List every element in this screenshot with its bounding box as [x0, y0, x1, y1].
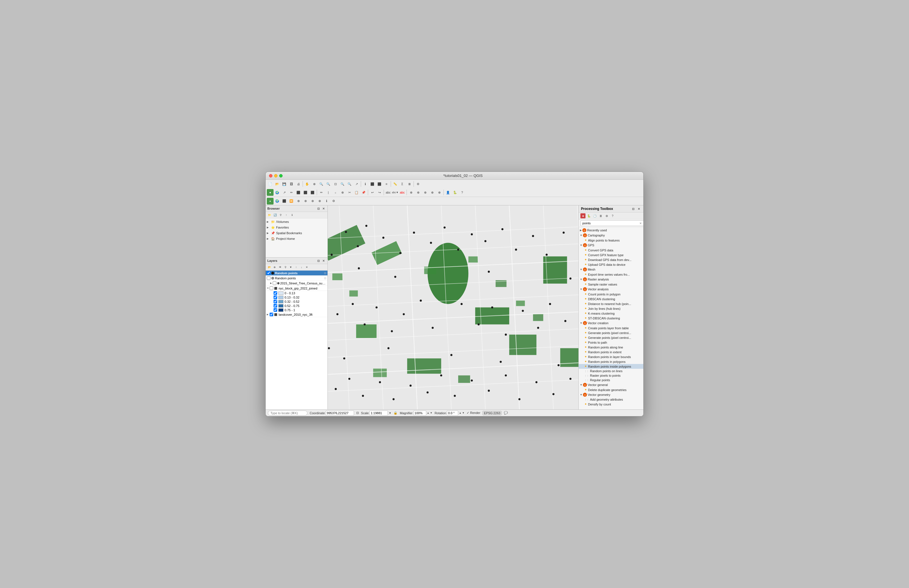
zoom-out-button[interactable]: 🔍: [325, 181, 332, 187]
toolbox-item-create-points-table[interactable]: ✦ Create points layer from table: [579, 326, 643, 330]
add-layer-btn[interactable]: ⊕: [272, 265, 277, 270]
toolbox-item-convert-gps[interactable]: ✦ Convert GPS data: [579, 248, 643, 252]
browser-item-volumes[interactable]: ▶ 📁 /Volumes: [266, 219, 327, 225]
snap-btn3[interactable]: ⊕: [422, 189, 429, 196]
browser-item-favorites[interactable]: ▶ ⭐ Favorites: [266, 225, 327, 230]
measure-button[interactable]: 📏: [392, 181, 399, 187]
toolbox-icon1[interactable]: ⊡: [631, 207, 636, 211]
magnifier-input[interactable]: [414, 410, 426, 415]
save-as-button[interactable]: 🖼: [288, 181, 295, 187]
layer-style-btn[interactable]: ▼: [288, 265, 293, 270]
remove-layer-btn[interactable]: ✕: [304, 265, 309, 270]
toolbox-item-sample-raster[interactable]: ✦ Sample raster values: [579, 282, 643, 287]
select-button[interactable]: ⊕: [311, 181, 318, 187]
deselect-button[interactable]: ⬛: [376, 181, 383, 187]
toolbox-cat-header-gps[interactable]: ▼ Q GPS: [579, 243, 643, 248]
toolbox-cat-header-vector-general[interactable]: ▼ Q Vector general: [579, 382, 643, 388]
new-project-button[interactable]: 📄: [267, 181, 273, 187]
toolbox-cat-header-mesh[interactable]: ▼ Q Mesh: [579, 267, 643, 272]
zoom-layer-button[interactable]: 🔍: [339, 181, 346, 187]
toolbox-item-rand-in-polygons[interactable]: ✦ Random points in polygons: [579, 359, 643, 364]
nav-btn6[interactable]: ⊕: [302, 198, 309, 205]
locate-input[interactable]: [268, 410, 307, 415]
toolbox-options-btn[interactable]: ⚙: [604, 213, 609, 218]
print-button[interactable]: 🖨: [295, 181, 302, 187]
toolbox-item-rand-on-lines[interactable]: ⋮⋮ Random points on lines: [579, 369, 643, 373]
open-layer-btn[interactable]: 📂: [267, 265, 272, 270]
edit-btn2[interactable]: |: [325, 189, 332, 196]
settings-button[interactable]: ⚙: [415, 181, 422, 187]
toolbox-history-btn[interactable]: 🕐: [592, 213, 597, 218]
epsg-badge[interactable]: EPSG:2263: [482, 411, 501, 415]
toolbox-cat-header-vector-creation[interactable]: ▼ Q Vector creation: [579, 320, 643, 326]
nav-btn7[interactable]: ⊕: [309, 198, 316, 205]
map-area[interactable]: [328, 205, 578, 409]
zoom-selected-button[interactable]: 🔍: [346, 181, 353, 187]
toolbox-item-regular-points[interactable]: ⋮⋮ Regular points: [579, 378, 643, 382]
digitize-btn3[interactable]: ↗: [281, 189, 288, 196]
select-feature-button[interactable]: ⬛: [369, 181, 376, 187]
scale-input[interactable]: [370, 410, 388, 415]
layer-checkbox-st[interactable]: [273, 281, 277, 285]
toolbox-item-add-geom[interactable]: ⋮⋮ Add geometry attributes: [579, 397, 643, 402]
browser-collapse-btn[interactable]: ↑: [284, 212, 289, 218]
nav-btn10[interactable]: ⚙: [330, 198, 337, 205]
nav-btn8[interactable]: ⊕: [316, 198, 323, 205]
layer-vis-btn[interactable]: 👁: [278, 265, 283, 270]
browser-filter-btn[interactable]: ⚲: [278, 212, 283, 218]
magnifier-spin-up[interactable]: ▲: [427, 412, 429, 414]
coordinate-input[interactable]: [326, 410, 354, 415]
legend-check-3[interactable]: [273, 304, 277, 307]
layer-down-btn[interactable]: ↓: [299, 265, 304, 270]
browser-icon2[interactable]: ✕: [321, 206, 326, 211]
snap-btn4[interactable]: ⊕: [429, 189, 435, 196]
layer-nyc-block[interactable]: ▼ ⬛ nyc_block_grp_2022_joined: [266, 286, 327, 291]
legend-check-0[interactable]: [273, 291, 277, 295]
layer-random-points-bold[interactable]: Random points ⊡: [266, 271, 327, 276]
toolbox-results-btn[interactable]: ≣: [598, 213, 603, 218]
digitize-btn6[interactable]: ⬛: [302, 189, 309, 196]
maximize-button[interactable]: [279, 174, 283, 178]
layer-street-tree[interactable]: ▶ 2015_Street_Tree_Census_subset_um: [266, 281, 327, 286]
edit-btn7[interactable]: 📌: [360, 189, 367, 196]
toolbox-item-delete-dup[interactable]: ✦ Delete duplicate geometries: [579, 388, 643, 392]
toolbox-python-btn[interactable]: 🐍: [586, 213, 591, 218]
nav-btn3[interactable]: ⬛: [281, 198, 288, 205]
toolbox-cat-header-cartography[interactable]: ▼ Q Cartography: [579, 233, 643, 238]
digitize-btn4[interactable]: ✏: [288, 189, 295, 196]
minimize-button[interactable]: [274, 174, 278, 178]
open-project-button[interactable]: 📂: [274, 181, 281, 187]
nav-btn4[interactable]: 🔀: [288, 198, 295, 205]
toolbox-cat-header-vector-analysis[interactable]: ▼ Q Vector analysis: [579, 287, 643, 292]
snap-btn1[interactable]: ⊕: [408, 189, 414, 196]
toolbox-item-upload-gps[interactable]: ✦ Upload GPS data to device: [579, 262, 643, 267]
digitize-btn7[interactable]: ⬛: [309, 189, 316, 196]
browser-item-home[interactable]: ▶ 🏠 Project Home: [266, 236, 327, 242]
python-button[interactable]: 🐍: [452, 189, 458, 196]
toolbox-cat-header-raster-analysis[interactable]: ▼ Q Raster analysis: [579, 277, 643, 282]
toolbox-item-gen-points-2[interactable]: ✦ Generate points (pixel centroi...: [579, 335, 643, 340]
toolbox-item-download-gps[interactable]: ✦ Download GPS data from dev...: [579, 257, 643, 262]
digitize-btn5[interactable]: ⬛: [295, 189, 302, 196]
digitize-btn2[interactable]: 🌍: [274, 189, 281, 196]
toolbox-cat-header-vector-geometry[interactable]: ▼ Q Vector geometry: [579, 392, 643, 397]
browser-refresh-btn[interactable]: 🔄: [272, 212, 278, 218]
nav-btn2[interactable]: 🌍: [274, 198, 281, 205]
nav-btn1[interactable]: ●: [267, 198, 273, 205]
help-button[interactable]: ?: [459, 189, 466, 196]
layer-checkbox-nb[interactable]: [270, 286, 273, 290]
edit-btn5[interactable]: ✂: [346, 189, 353, 196]
browser-item-bookmarks[interactable]: ▶ 📌 Spatial Bookmarks: [266, 230, 327, 236]
attribute-table-button[interactable]: ≡: [383, 181, 390, 187]
rotation-input[interactable]: [447, 410, 458, 415]
layers-icon1[interactable]: ⊡: [316, 258, 321, 263]
toolbox-item-points-path[interactable]: ✦ Points to path: [579, 340, 643, 345]
nav-btn9[interactable]: ℹ: [323, 198, 330, 205]
toolbox-item-count-points[interactable]: ✦ Count points in polygon: [579, 292, 643, 297]
toolbox-item-dbscan[interactable]: ✦ DBSCAN clustering: [579, 297, 643, 301]
toolbox-item-join-lines[interactable]: ✦ Join by lines (hub lines): [579, 306, 643, 311]
scale-dropdown-icon[interactable]: ▼: [389, 412, 391, 415]
legend-check-4[interactable]: [273, 308, 277, 312]
close-button[interactable]: [269, 174, 272, 178]
pan-button[interactable]: ✋: [304, 181, 311, 187]
